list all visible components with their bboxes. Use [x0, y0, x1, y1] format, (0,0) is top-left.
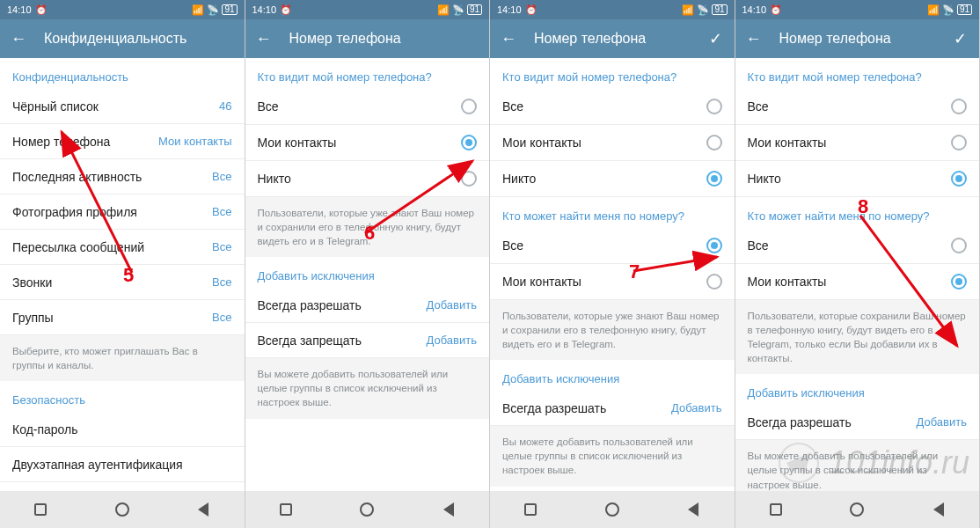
- section-who-sees: Кто видит мой номер телефона?: [735, 58, 980, 89]
- android-navbar: [245, 491, 490, 528]
- app-header: ← Номер телефона ✓: [735, 19, 980, 58]
- row-always-allow[interactable]: Всегда разрешатьДобавить: [245, 288, 490, 323]
- section-exceptions: Добавить исключения: [735, 374, 980, 405]
- add-link[interactable]: Добавить: [917, 415, 967, 429]
- section-exceptions: Добавить исключения: [245, 257, 490, 288]
- battery-level: 91: [222, 4, 237, 15]
- signal-icon: 📶: [192, 4, 204, 16]
- opt-nobody[interactable]: Никто: [245, 161, 490, 197]
- nav-home[interactable]: [847, 500, 867, 519]
- add-link[interactable]: Добавить: [427, 298, 477, 312]
- radio-icon: [951, 171, 967, 187]
- opt-my-contacts[interactable]: Мои контакты: [245, 125, 490, 161]
- opt-find-everybody[interactable]: Все: [490, 228, 735, 264]
- confirm-check-icon[interactable]: ✓: [948, 29, 972, 48]
- help-groups: Выберите, кто может приглашать Вас в гру…: [0, 335, 245, 381]
- row-phone-number[interactable]: Номер телефонаМои контакты: [0, 124, 245, 159]
- radio-icon: [951, 274, 967, 290]
- radio-icon: [461, 171, 477, 187]
- row-always-deny[interactable]: Всегда запрещатьДобавить: [245, 323, 490, 358]
- phone-panel-2: 14:10⏰ 📶📡91 ← Номер телефона Кто видит м…: [245, 0, 491, 528]
- section-privacy: Конфиденциальность: [0, 58, 245, 89]
- confirm-check-icon[interactable]: ✓: [704, 29, 728, 48]
- opt-everybody[interactable]: Все: [245, 89, 490, 125]
- opt-everybody[interactable]: Все: [735, 89, 980, 125]
- row-always-allow[interactable]: Всегда разрешатьДобавить: [735, 405, 980, 440]
- nav-recent[interactable]: [31, 500, 50, 519]
- radio-icon: [706, 99, 722, 114]
- alarm-icon: ⏰: [525, 4, 538, 16]
- row-passcode[interactable]: Код-пароль: [0, 412, 245, 447]
- opt-my-contacts[interactable]: Мои контакты: [490, 125, 735, 161]
- help-find: Пользователи, которые сохранили Ваш номе…: [735, 300, 980, 374]
- opt-find-contacts[interactable]: Мои контакты: [490, 264, 735, 300]
- opt-nobody[interactable]: Никто: [490, 161, 735, 197]
- row-always-allow[interactable]: Всегда разрешатьДобавить: [490, 391, 735, 426]
- radio-icon: [951, 238, 967, 253]
- header-title: Номер телефона: [534, 31, 690, 47]
- section-who-can-find: Кто может найти меня по номеру?: [735, 197, 980, 228]
- nav-back[interactable]: [194, 500, 213, 519]
- signal-icon: 📶: [927, 4, 940, 16]
- app-header: ← Конфиденциальность: [0, 19, 245, 58]
- row-two-step[interactable]: Двухэтапная аутентификация: [0, 447, 245, 482]
- help-find: Пользователи, которые уже знают Ваш номе…: [490, 300, 735, 360]
- radio-icon: [706, 238, 722, 253]
- nav-home[interactable]: [357, 500, 377, 519]
- back-button[interactable]: ←: [497, 30, 520, 48]
- add-link[interactable]: Добавить: [671, 401, 721, 414]
- back-button[interactable]: ←: [252, 30, 275, 48]
- radio-icon: [951, 135, 967, 150]
- nav-back[interactable]: [684, 500, 703, 519]
- header-title: Номер телефона: [779, 31, 935, 47]
- help-who-sees: Пользователи, которые уже знают Ваш номе…: [245, 197, 490, 257]
- row-profile-photo[interactable]: Фотография профиляВсе: [0, 194, 245, 230]
- back-button[interactable]: ←: [742, 30, 765, 48]
- content-area: Кто видит мой номер телефона? Все Мои ко…: [490, 58, 735, 491]
- alarm-icon: ⏰: [35, 4, 48, 16]
- nav-back[interactable]: [439, 500, 458, 519]
- row-calls[interactable]: ЗвонкиВсе: [0, 265, 245, 300]
- statusbar: 14:10⏰ 📶📡91: [490, 0, 735, 19]
- app-header: ← Номер телефона: [245, 19, 490, 58]
- section-security: Безопасность: [0, 381, 245, 412]
- row-blacklist[interactable]: Чёрный список46: [0, 89, 245, 124]
- section-exceptions: Добавить исключения: [490, 360, 735, 391]
- wifi-icon: 📡: [207, 4, 219, 16]
- content-area: Кто видит мой номер телефона? Все Мои ко…: [245, 58, 490, 491]
- header-title: Номер телефона: [289, 31, 483, 47]
- content-area: Конфиденциальность Чёрный список46 Номер…: [0, 58, 245, 491]
- watermark: 101info.ru: [778, 442, 969, 484]
- wifi-icon: 📡: [942, 4, 954, 16]
- row-groups[interactable]: ГруппыВсе: [0, 300, 245, 335]
- watermark-text: 101info.ru: [829, 444, 969, 481]
- nav-home[interactable]: [603, 500, 622, 519]
- opt-everybody[interactable]: Все: [490, 89, 735, 125]
- section-who-sees: Кто видит мой номер телефона?: [490, 58, 735, 89]
- radio-icon: [951, 99, 967, 114]
- alarm-icon: ⏰: [280, 4, 292, 16]
- phone-panel-3: 14:10⏰ 📶📡91 ← Номер телефона ✓ Кто видит…: [490, 0, 735, 528]
- radio-icon: [461, 135, 477, 150]
- add-link[interactable]: Добавить: [427, 334, 477, 347]
- signal-icon: 📶: [682, 4, 694, 16]
- android-navbar: [0, 491, 245, 528]
- nav-back[interactable]: [929, 500, 948, 519]
- opt-find-everybody[interactable]: Все: [735, 228, 980, 264]
- row-sessions[interactable]: Активные сеансы: [0, 482, 245, 491]
- opt-find-contacts[interactable]: Мои контакты: [735, 264, 980, 300]
- section-who-sees: Кто видит мой номер телефона?: [245, 58, 490, 89]
- phone-panel-1: 14:10⏰ 📶 📡 91 ← Конфиденциальность Конфи…: [0, 0, 245, 528]
- back-button[interactable]: ←: [7, 30, 30, 48]
- opt-my-contacts[interactable]: Мои контакты: [735, 125, 980, 161]
- row-last-seen[interactable]: Последняя активностьВсе: [0, 159, 245, 194]
- nav-recent[interactable]: [521, 500, 540, 519]
- nav-home[interactable]: [113, 500, 132, 519]
- signal-icon: 📶: [437, 4, 450, 16]
- row-forwarded[interactable]: Пересылка сообщенийВсе: [0, 230, 245, 265]
- status-time: 14:10: [7, 4, 32, 15]
- nav-recent[interactable]: [766, 500, 786, 519]
- opt-nobody[interactable]: Никто: [735, 161, 980, 197]
- nav-recent[interactable]: [276, 500, 296, 519]
- radio-icon: [706, 135, 722, 150]
